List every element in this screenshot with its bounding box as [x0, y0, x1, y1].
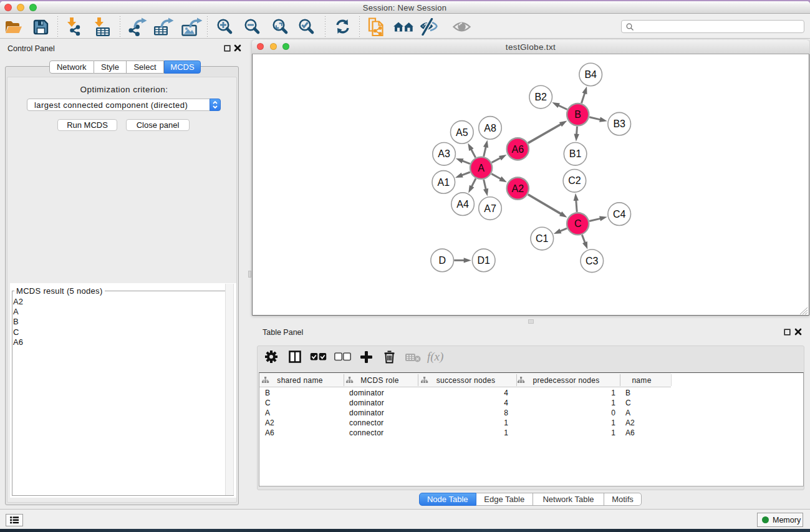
svg-text:C: C	[574, 218, 582, 229]
svg-text:C4: C4	[613, 209, 626, 220]
svg-text:A4: A4	[456, 199, 469, 210]
svg-text:B1: B1	[569, 148, 582, 159]
svg-text:A6: A6	[512, 144, 524, 155]
svg-text:A: A	[478, 163, 485, 173]
svg-text:C2: C2	[568, 175, 581, 186]
svg-text:A8: A8	[484, 123, 496, 133]
svg-text:A5: A5	[456, 127, 468, 138]
svg-text:B4: B4	[584, 69, 597, 80]
svg-text:A2: A2	[512, 183, 524, 194]
svg-text:A1: A1	[438, 177, 450, 188]
svg-text:C1: C1	[536, 233, 549, 244]
svg-text:B2: B2	[534, 92, 547, 102]
svg-text:C3: C3	[586, 256, 599, 266]
svg-text:D1: D1	[477, 255, 490, 266]
svg-text:B: B	[574, 109, 581, 120]
svg-text:A3: A3	[438, 148, 450, 159]
svg-text:A7: A7	[484, 203, 496, 214]
svg-text:B3: B3	[613, 118, 625, 129]
svg-text:D: D	[438, 255, 446, 266]
